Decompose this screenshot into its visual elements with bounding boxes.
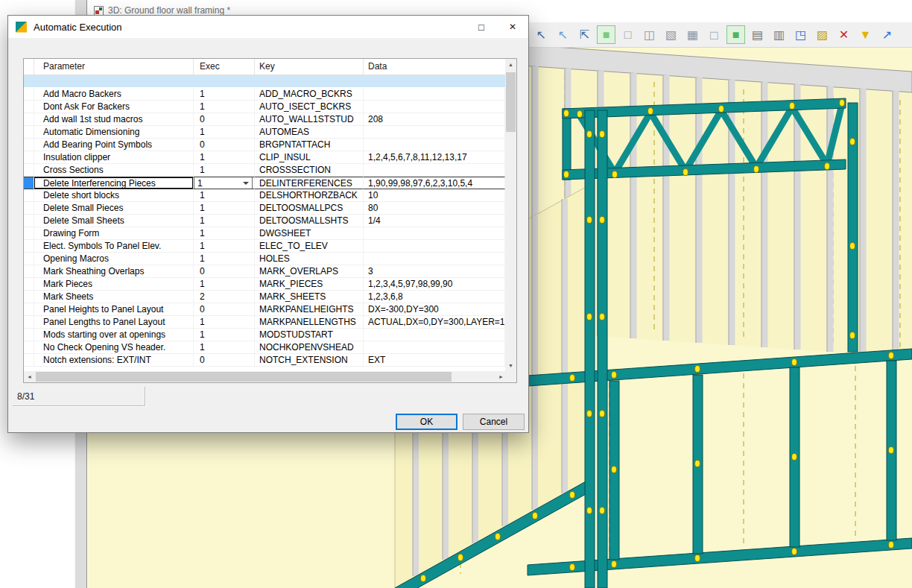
cell-data[interactable]: 3 <box>364 265 505 278</box>
pick-reference-icon[interactable]: ⇱ <box>575 25 594 44</box>
cell-exec[interactable]: 1 1 <box>194 329 255 341</box>
cell-parameter[interactable]: Delete Small Sheets <box>34 215 194 227</box>
cell-parameter[interactable]: Delete Small Pieces <box>34 202 194 215</box>
row-selector[interactable] <box>24 316 34 329</box>
cell-data[interactable]: DX=-300,DY=300 <box>364 303 505 316</box>
cell-data[interactable] <box>364 227 505 240</box>
cell-parameter[interactable]: Mark Sheathing Overlaps <box>34 265 194 278</box>
cell-parameter[interactable]: Automatic Dimensioning <box>34 126 194 139</box>
cell-exec[interactable]: 1 1 <box>194 227 255 240</box>
row-selector[interactable] <box>24 215 34 227</box>
cell-parameter[interactable]: Panel Heights to Panel Layout <box>34 303 194 316</box>
cell-key[interactable]: MARK_OVERLAPS <box>255 265 364 278</box>
cell-key[interactable]: AUTO_WALL1STSTUD <box>255 113 364 126</box>
row-selector[interactable] <box>24 177 34 189</box>
table-row[interactable]: Mark Pieces 1 1 MARK_PIECES 1,2,3,4,5,97… <box>24 278 505 291</box>
cell-exec[interactable]: 1 1 <box>194 215 255 227</box>
cell-key[interactable]: DWGSHEET <box>255 227 364 240</box>
table-row[interactable]: Opening Macros 1 1 HOLES <box>24 253 505 265</box>
table-row[interactable]: Dont Ask For Backers 1 1 AUTO_ISECT_BCKR… <box>24 101 505 113</box>
row-selector[interactable] <box>24 354 34 367</box>
row-selector[interactable] <box>24 202 34 215</box>
table-row[interactable]: Delete Small Pieces 1 1 DELTOOSMALLPCS 8… <box>24 202 505 215</box>
row-selector[interactable] <box>24 341 34 354</box>
row-selector[interactable] <box>24 278 34 291</box>
table-row[interactable]: Delete Interferencing Pieces 1 1 DELINTE… <box>24 177 505 189</box>
cell-parameter[interactable]: Delete short blocks <box>34 189 194 202</box>
part-list-icon[interactable]: ▤ <box>748 25 767 44</box>
cell-parameter[interactable]: Add Macro Backers <box>34 88 194 101</box>
row-selector[interactable] <box>24 227 34 240</box>
row-selector[interactable] <box>24 126 34 139</box>
row-selector[interactable] <box>24 164 34 177</box>
cell-data[interactable] <box>364 329 505 341</box>
cell-key[interactable]: MARKPANELLENGTHS <box>255 316 364 329</box>
shaded-edges-view-icon[interactable]: ▦ <box>683 25 702 44</box>
table-row[interactable]: Drawing Form 1 1 DWGSHEET <box>24 227 505 240</box>
cell-exec[interactable]: 0 0 <box>194 265 255 278</box>
cell-parameter[interactable]: Insulation clipper <box>34 151 194 164</box>
table-row[interactable]: Automatic Dimensioning 1 1 AUTOMEAS <box>24 126 505 139</box>
cell-parameter[interactable]: Opening Macros <box>34 253 194 265</box>
vertical-scrollbar[interactable]: ▲ ▼ <box>505 59 516 371</box>
cell-key[interactable]: AUTO_ISECT_BCKRS <box>255 101 364 113</box>
maximize-button[interactable]: □ <box>466 16 497 38</box>
table-row[interactable]: Delete Small Sheets 1 1 DELTOOSMALLSHTS … <box>24 215 505 227</box>
delete-icon[interactable]: ✕ <box>835 25 853 44</box>
cell-exec[interactable]: 1 1 <box>194 151 255 164</box>
row-selector[interactable] <box>24 88 34 101</box>
table-row[interactable]: Mark Sheathing Overlaps 0 0 MARK_OVERLAP… <box>24 265 505 278</box>
solid-view-icon[interactable]: ■ <box>726 25 745 44</box>
row-selector[interactable] <box>24 113 34 126</box>
table-row[interactable]: Mark Sheets 2 2 MARK_SHEETS 1,2,3,6,8 <box>24 291 505 303</box>
cell-parameter[interactable]: Add wall 1st stud macros <box>34 113 194 126</box>
table-row[interactable]: Insulation clipper 1 1 CLIP_INSUL 1,2,4,… <box>24 151 505 164</box>
cell-key[interactable]: HOLES <box>255 253 364 265</box>
cell-exec[interactable]: 1 1 <box>194 240 255 253</box>
cell-key[interactable]: ADD_MACRO_BCKRS <box>255 88 364 101</box>
cell-data[interactable]: 80 <box>364 202 505 215</box>
row-selector[interactable] <box>24 151 34 164</box>
cell-exec[interactable]: 1 1 <box>194 316 255 329</box>
pan-zoom-icon[interactable]: ↗ <box>878 25 896 44</box>
cell-data[interactable]: 1,2,4,5,6,7,8,11,12,13,17 <box>364 151 505 164</box>
cell-data[interactable] <box>364 88 505 101</box>
cell-key[interactable]: DELINTERFERENCES <box>255 177 364 189</box>
table-row[interactable]: Cross Sections 1 1 CROSSSECTION <box>24 164 505 177</box>
cancel-button[interactable]: Cancel <box>463 414 525 430</box>
cell-exec[interactable]: 2 2 <box>194 291 255 303</box>
select-element-icon[interactable]: ↖ <box>554 25 572 44</box>
cell-exec[interactable]: 1 1 <box>194 202 255 215</box>
header-exec[interactable]: Exec <box>194 59 255 75</box>
cell-exec[interactable]: 1 1 <box>194 278 255 291</box>
filter-funnel-icon[interactable]: ▼ <box>856 25 875 44</box>
cell-parameter[interactable]: Delete Interferencing Pieces <box>34 177 194 189</box>
scroll-down-arrow-icon[interactable]: ▼ <box>505 360 516 371</box>
cell-data[interactable]: 1,2,3,6,8 <box>364 291 505 303</box>
transparent-view-icon[interactable]: ◻ <box>705 25 723 44</box>
cell-exec[interactable]: 1 1 <box>194 177 255 189</box>
cell-key[interactable]: CLIP_INSUL <box>255 151 364 164</box>
exec-combobox[interactable]: 1 <box>194 177 253 189</box>
cell-key[interactable]: CROSSSECTION <box>255 164 364 177</box>
row-selector[interactable] <box>24 139 34 151</box>
table-row[interactable]: Notch extensions: EXT/INT 0 0 NOTCH_EXTE… <box>24 354 505 367</box>
vertical-scroll-thumb[interactable] <box>506 72 516 132</box>
row-selector[interactable] <box>24 265 34 278</box>
table-row[interactable]: Add wall 1st stud macros 0 0 AUTO_WALL1S… <box>24 113 505 126</box>
table-row[interactable]: Delete short blocks 1 1 DELSHORTHORZBACK… <box>24 189 505 202</box>
cell-data[interactable]: 10 <box>364 189 505 202</box>
cell-parameter[interactable]: Elect. Symbols To Panel Elev. <box>34 240 194 253</box>
cell-key[interactable]: MARK_SHEETS <box>255 291 364 303</box>
select-pointer-icon[interactable]: ↖ <box>532 25 551 44</box>
cell-data[interactable] <box>364 253 505 265</box>
row-selector[interactable] <box>24 329 34 341</box>
horizontal-scrollbar[interactable]: ◄ ► <box>24 371 507 382</box>
cell-key[interactable]: BRGPNTATTACH <box>255 139 364 151</box>
cell-parameter[interactable]: Mods starting over at openings <box>34 329 194 341</box>
close-button[interactable]: ✕ <box>497 16 528 38</box>
cell-key[interactable]: NOTCH_EXTENSION <box>255 354 364 367</box>
table-row[interactable]: Panel Lengths to Panel Layout 1 1 MARKPA… <box>24 316 505 329</box>
cell-parameter[interactable]: Panel Lengths to Panel Layout <box>34 316 194 329</box>
cell-exec[interactable]: 1 1 <box>194 189 255 202</box>
